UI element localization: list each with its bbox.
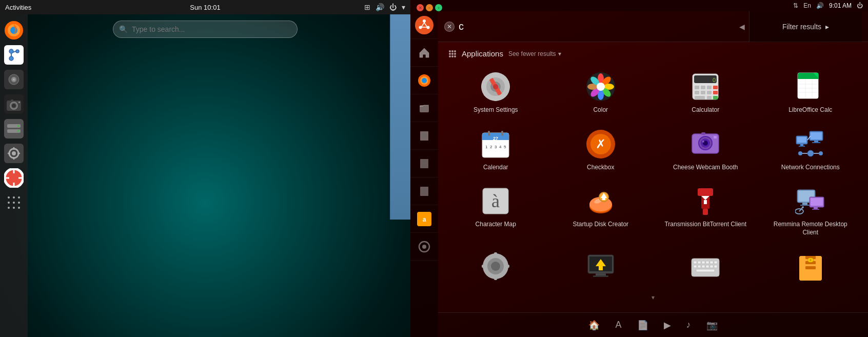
dock-item-git[interactable] — [3, 44, 25, 66]
svg-rect-148 — [797, 137, 806, 143]
svg-rect-206 — [710, 265, 713, 268]
close-button[interactable]: ✕ — [417, 4, 424, 11]
color-label: Color — [593, 106, 608, 114]
svg-point-68 — [454, 50, 456, 52]
svg-point-44 — [13, 207, 15, 209]
display-icon — [584, 250, 617, 283]
svg-rect-18 — [4, 119, 24, 138]
app-item-calculator[interactable]: 0 Calculator — [658, 66, 753, 118]
topbar-icons: ⊞ 🔊 ⏻ ▾ — [364, 3, 405, 11]
minimize-button[interactable]: − — [426, 4, 433, 11]
dash-topbar: ⇅ En 🔊 9:01 AM ⏻ — [410, 0, 868, 11]
nav-apps-icon[interactable]: A — [615, 320, 621, 330]
svg-point-43 — [8, 207, 10, 209]
network-icon[interactable]: ⊞ — [364, 3, 370, 11]
svg-point-32 — [9, 173, 18, 183]
sidebar-firefox[interactable] — [410, 67, 438, 94]
svg-rect-102 — [701, 86, 705, 89]
character-map-label: Character Map — [476, 221, 516, 229]
svg-point-140 — [702, 141, 704, 143]
maximize-button[interactable]: + — [435, 4, 442, 11]
svg-rect-174 — [802, 203, 807, 205]
app-item-remmina[interactable]: Remmina Remote Desktop Client — [763, 181, 858, 241]
sidebar-ubuntu-logo[interactable] — [410, 11, 438, 39]
nav-files-icon[interactable]: 📄 — [637, 320, 648, 331]
nav-photos-icon[interactable]: 📷 — [706, 320, 718, 331]
dock-item-storage[interactable] — [3, 118, 25, 140]
calculator-label: Calculator — [692, 106, 719, 114]
svg-rect-205 — [706, 265, 709, 268]
svg-rect-177 — [811, 198, 823, 206]
dock-item-audio[interactable] — [3, 69, 25, 90]
dash-sidebar: a — [410, 11, 438, 337]
dash-network-icon[interactable]: ⇅ — [793, 2, 798, 9]
svg-point-21 — [17, 125, 19, 127]
svg-point-41 — [13, 202, 15, 204]
filter-results-button[interactable]: Filter results ▸ — [749, 11, 862, 42]
app-item-color[interactable]: Color — [554, 66, 648, 118]
svg-rect-3 — [4, 45, 24, 65]
menu-icon[interactable]: ▾ — [402, 3, 405, 11]
ubuntu-logo-icon — [415, 16, 433, 34]
sidebar-settings[interactable] — [410, 233, 438, 261]
app-item-settings2[interactable] — [448, 246, 543, 290]
sidebar-settings-icon — [418, 240, 431, 253]
nav-music-icon[interactable]: ♪ — [686, 320, 691, 330]
svg-point-37 — [8, 196, 10, 199]
dash-search-input[interactable] — [459, 21, 735, 32]
svg-rect-171 — [704, 200, 707, 204]
sidebar-amazon[interactable]: a — [410, 205, 438, 233]
nav-media-icon[interactable]: ▶ — [664, 320, 671, 331]
app-item-cheese-webcam[interactable]: Cheese Webcam Booth — [658, 124, 753, 176]
home-sidebar-icon — [418, 47, 430, 59]
power-icon[interactable]: ⏻ — [389, 3, 397, 11]
app-item-calendar[interactable]: 27 1 2 3 4 5 Calendar — [448, 124, 543, 176]
storage-icon — [4, 119, 24, 138]
sidebar-text-icon — [418, 130, 430, 142]
svg-rect-175 — [800, 205, 810, 206]
svg-point-5 — [16, 50, 19, 53]
svg-point-45 — [18, 207, 20, 209]
dock-item-camera[interactable] — [3, 93, 25, 115]
search-input[interactable] — [113, 21, 298, 38]
svg-rect-200 — [710, 261, 713, 264]
dock-item-firefox[interactable] — [3, 19, 25, 41]
apps-section-title: Applications — [462, 49, 503, 58]
dock-item-apps-grid[interactable] — [3, 192, 25, 213]
app-item-libreoffice-calc[interactable]: LibreOffice Calc — [763, 66, 858, 118]
dash-power-icon[interactable]: ⏻ — [857, 2, 863, 9]
sidebar-files[interactable] — [410, 94, 438, 122]
app-item-display[interactable] — [554, 246, 648, 290]
nav-home-icon[interactable]: 🏠 — [588, 320, 600, 331]
svg-point-71 — [454, 53, 456, 55]
svg-point-40 — [8, 202, 10, 204]
sidebar-docs[interactable] — [410, 150, 438, 177]
app-item-network-connections[interactable]: Network Connections — [763, 124, 858, 176]
sidebar-home[interactable] — [410, 39, 438, 67]
activities-label[interactable]: Activities — [5, 4, 31, 11]
app-item-startup-disk[interactable]: Startup Disk Creator — [554, 181, 648, 241]
sidebar-docs-icon — [418, 157, 430, 170]
sidebar-amazon-icon: a — [417, 212, 431, 226]
svg-point-42 — [18, 202, 20, 204]
app-item-transmission[interactable]: Transmission BitTorrent Client — [658, 181, 753, 241]
dash-bottom-nav: 🏠 A 📄 ▶ ♪ 📷 — [438, 312, 868, 337]
app-item-archive[interactable] — [763, 246, 858, 290]
volume-icon[interactable]: 🔊 — [376, 3, 384, 11]
sidebar-docs2[interactable] — [410, 177, 438, 205]
dash-lang-icon[interactable]: En — [803, 2, 811, 9]
app-item-character-map[interactable]: à Character Map — [448, 181, 543, 241]
dash-volume-icon[interactable]: 🔊 — [816, 2, 824, 9]
app-item-system-settings[interactable]: System Settings — [448, 66, 543, 118]
app-item-checkbox[interactable]: ✗ Checkbox — [554, 124, 648, 176]
sidebar-files-icon — [418, 102, 430, 114]
app-item-keyboard[interactable] — [658, 246, 753, 290]
see-fewer-button[interactable]: See fewer results ▾ — [508, 50, 561, 57]
archive-icon — [794, 250, 827, 283]
dash-search-close-button[interactable]: ✕ — [444, 22, 455, 32]
dock-item-help[interactable] — [3, 167, 25, 189]
sidebar-text[interactable] — [410, 122, 438, 150]
svg-point-6 — [9, 56, 13, 61]
dock-item-settings[interactable] — [3, 143, 25, 164]
sidebar-firefox-icon — [417, 73, 431, 88]
